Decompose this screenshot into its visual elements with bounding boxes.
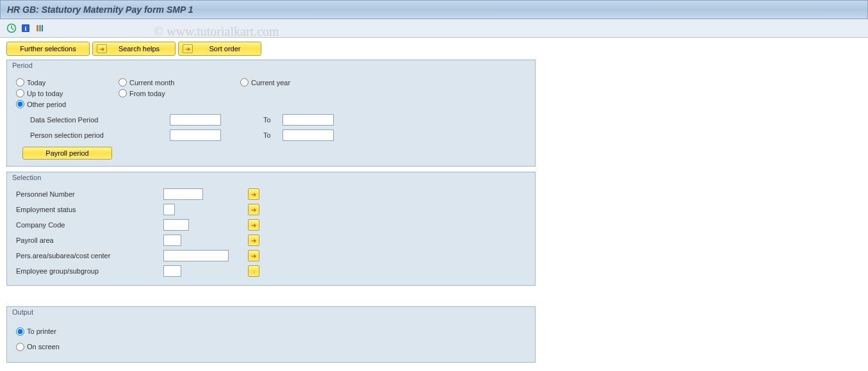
variant-icon[interactable] (35, 23, 45, 33)
further-selections-label: Further selections (20, 45, 76, 53)
data-selection-from-input[interactable] (170, 114, 221, 126)
radio-current-month-input[interactable] (119, 78, 127, 87)
company-code-input[interactable] (163, 219, 189, 231)
svg-rect-7 (42, 25, 43, 31)
multiple-selection-icon[interactable]: ➜ (248, 204, 259, 215)
payroll-area-label: Payroll area (16, 236, 163, 244)
search-helps-button[interactable]: ➜ Search helps (92, 42, 176, 56)
person-selection-from-input[interactable] (170, 129, 221, 141)
employee-group-label: Employee group/subgroup (16, 267, 163, 275)
sort-order-label: Sort order (197, 45, 253, 53)
multiple-selection-icon[interactable]: ჻ (248, 265, 259, 277)
radio-current-year-label: Current year (251, 79, 290, 87)
payroll-period-button[interactable]: Payroll period (22, 147, 112, 160)
sort-order-button[interactable]: ➜ Sort order (178, 42, 261, 56)
app-toolbar: i (0, 19, 868, 38)
pers-area-label: Pers.area/subarea/cost center (16, 252, 163, 260)
multiple-selection-icon[interactable]: ➜ (248, 235, 259, 246)
radio-to-printer-label: To printer (27, 327, 56, 335)
radio-up-to-today[interactable]: Up to today (16, 89, 119, 97)
radio-today[interactable]: Today (16, 78, 119, 87)
to-label: To (263, 131, 276, 139)
execute-icon[interactable] (6, 23, 17, 33)
radio-today-input[interactable] (16, 78, 24, 87)
radio-other-period[interactable]: Other period (16, 100, 119, 108)
employment-status-input[interactable] (163, 204, 175, 215)
radio-current-year-input[interactable] (240, 78, 249, 87)
radio-current-month[interactable]: Current month (119, 78, 240, 87)
multiple-selection-icon[interactable]: ➜ (248, 250, 259, 261)
radio-on-screen-input[interactable] (16, 343, 24, 351)
selection-group: Selection Personnel Number ➜ Employment … (6, 172, 536, 286)
radio-from-today-input[interactable] (119, 89, 127, 97)
person-selection-period-label: Person selection period (30, 131, 170, 139)
selection-group-label: Selection (7, 172, 535, 184)
multiple-selection-icon[interactable]: ➜ (248, 188, 259, 200)
radio-on-screen-label: On screen (27, 343, 60, 350)
multiple-selection-icon[interactable]: ➜ (248, 219, 259, 231)
payroll-area-input[interactable] (163, 235, 181, 246)
title-text: HR GB: Statutory Maternity Pay form SMP … (7, 4, 193, 15)
radio-up-to-today-label: Up to today (27, 90, 63, 97)
further-selections-button[interactable]: Further selections (6, 42, 90, 56)
radio-other-period-input[interactable] (16, 100, 24, 108)
payroll-period-label: Payroll period (45, 149, 88, 157)
svg-text:i: i (24, 24, 26, 32)
svg-rect-5 (37, 25, 38, 31)
arrow-right-icon: ➜ (183, 44, 193, 53)
period-group: Period Today Current month Current year … (6, 60, 536, 167)
radio-current-month-label: Current month (129, 79, 174, 87)
radio-from-today[interactable]: From today (119, 89, 240, 97)
personnel-number-input[interactable] (163, 188, 203, 200)
arrow-right-icon: ➜ (97, 44, 107, 53)
data-selection-to-input[interactable] (283, 114, 334, 126)
employee-group-input[interactable] (163, 265, 181, 277)
selection-toolbar: Further selections ➜ Search helps ➜ Sort… (0, 38, 868, 56)
output-group: Output To printer On screen (6, 306, 536, 363)
personnel-number-label: Personnel Number (16, 190, 163, 198)
output-group-label: Output (7, 307, 535, 318)
svg-rect-6 (39, 25, 41, 31)
search-helps-label: Search helps (111, 45, 167, 53)
company-code-label: Company Code (16, 221, 163, 229)
info-icon[interactable]: i (20, 23, 31, 33)
svg-line-2 (12, 28, 13, 29)
radio-current-year[interactable]: Current year (240, 78, 343, 87)
employment-status-label: Employment status (16, 206, 163, 213)
data-selection-period-label: Data Selection Period (30, 116, 170, 124)
radio-other-period-label: Other period (27, 101, 66, 108)
person-selection-to-input[interactable] (283, 129, 334, 141)
radio-up-to-today-input[interactable] (16, 89, 24, 97)
radio-on-screen[interactable]: On screen (16, 343, 60, 351)
to-label: To (263, 116, 276, 124)
pers-area-input[interactable] (163, 250, 229, 261)
radio-to-printer[interactable]: To printer (16, 327, 56, 336)
radio-to-printer-input[interactable] (16, 327, 24, 336)
radio-today-label: Today (27, 79, 45, 87)
window-title: HR GB: Statutory Maternity Pay form SMP … (0, 0, 868, 19)
period-group-label: Period (7, 60, 535, 72)
radio-from-today-label: From today (129, 90, 165, 97)
